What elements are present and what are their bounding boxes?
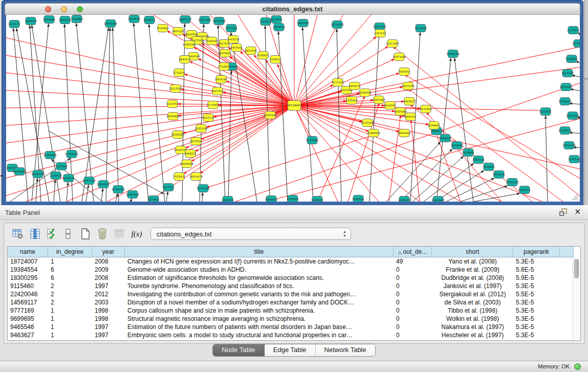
table-cell[interactable]: de Silva et al. (2003)	[432, 298, 513, 307]
graph-node[interactable]: 1588520	[270, 56, 281, 63]
graph-node[interactable]: 2316442	[346, 97, 357, 104]
network-canvas[interactable]: 2405572192051489064469680414756296920691…	[6, 15, 580, 202]
table-cell[interactable]: Genome-wide association studies in ADHD.	[125, 266, 394, 274]
function-builder-icon[interactable]: f(x)	[130, 227, 143, 240]
table-row[interactable]: 946362711997Embryonic stem cells: a mode…	[8, 331, 574, 339]
graph-node[interactable]: 9498222	[185, 150, 196, 158]
graph-node[interactable]: 7832621	[483, 163, 494, 171]
table-cell[interactable]: 18300295	[8, 274, 48, 282]
graph-node[interactable]: 10025488	[394, 108, 406, 116]
table-cell[interactable]: 1	[48, 323, 92, 331]
graph-node[interactable]: 17957225	[82, 177, 95, 185]
graph-node[interactable]: 8813034	[271, 16, 282, 24]
table-cell[interactable]: 19384554	[8, 266, 48, 274]
graph-node[interactable]: 15692971	[558, 127, 571, 135]
column-header-filler[interactable]	[560, 247, 574, 257]
table-cell[interactable]: 1997	[92, 282, 125, 290]
graph-node[interactable]: 1867532	[375, 30, 386, 37]
graph-node[interactable]: 16958107	[97, 181, 110, 188]
table-cell[interactable]: 0	[394, 307, 432, 315]
table-cell[interactable]	[560, 290, 574, 298]
graph-node[interactable]: 8215955	[540, 108, 551, 116]
table-cell[interactable]: 0	[394, 331, 432, 339]
graph-node[interactable]: 8906446	[43, 16, 55, 24]
table-cell[interactable]: 0	[394, 315, 432, 323]
graph-node[interactable]: 12942757	[31, 170, 44, 178]
graph-node[interactable]: 20691406	[104, 20, 117, 28]
graph-node[interactable]: 2935114	[473, 156, 484, 164]
table-cell[interactable]	[560, 331, 574, 339]
resize-grip-icon[interactable]	[577, 199, 578, 200]
table-cell[interactable]: 22420046	[8, 290, 48, 298]
table-cell[interactable]: 49	[394, 257, 432, 266]
graph-node[interactable]: 14099489	[180, 160, 193, 168]
tab-node-table[interactable]: Node Table	[213, 344, 265, 356]
graph-node[interactable]: 17016514	[562, 142, 575, 149]
table-cell[interactable]: Stergiakouli et al. (2012)	[432, 290, 513, 298]
graph-node[interactable]: 1640873	[222, 196, 233, 202]
graph-node[interactable]: 12923466	[126, 191, 139, 199]
graph-node[interactable]: 7485063	[399, 68, 410, 76]
table-row[interactable]: 977716911998Corpus callosum shape and si…	[8, 307, 574, 315]
graph-node[interactable]: 18300295	[264, 112, 276, 119]
table-cell[interactable]: 2003	[92, 298, 125, 307]
graph-node[interactable]: 9218511	[144, 16, 155, 24]
graph-node[interactable]: 19654924	[398, 129, 410, 137]
graph-node[interactable]: 16543382	[183, 41, 195, 49]
column-header-short[interactable]: short	[432, 247, 513, 257]
graph-node[interactable]: 10653287	[198, 16, 211, 24]
table-cell[interactable]: 5.3E-5	[513, 282, 560, 290]
graph-node[interactable]: 9297588	[56, 163, 67, 170]
graph-node[interactable]: 9742845	[219, 63, 230, 71]
graph-node[interactable]: 9495794	[405, 113, 416, 121]
table-cell[interactable]: 1997	[92, 331, 125, 339]
row-height-icon[interactable]	[61, 227, 75, 240]
table-cell[interactable]: 0	[394, 266, 432, 274]
table-cell[interactable]: Tourette syndrome. Phenomenology and cla…	[125, 282, 394, 290]
table-cell[interactable]: 1	[48, 315, 92, 323]
graph-node[interactable]: 12444157	[558, 98, 571, 105]
graph-node[interactable]: 12213967	[386, 40, 399, 48]
table-cell[interactable]: 0	[394, 282, 432, 290]
table-cell[interactable]: Dudbridge et al. (2008)	[432, 274, 513, 282]
graph-node[interactable]: 16210643	[566, 112, 579, 120]
table-cell[interactable]: 1998	[92, 315, 125, 323]
table-cell[interactable]: 6	[48, 266, 92, 274]
graph-node[interactable]: 10973493	[393, 53, 405, 61]
graph-node[interactable]: 8216065	[384, 102, 396, 110]
new-table-icon[interactable]	[79, 227, 92, 240]
table-cell[interactable]: 0	[394, 298, 432, 307]
graph-node[interactable]: 1154519	[50, 172, 61, 180]
table-cell[interactable]: 9115460	[8, 282, 48, 290]
graph-node[interactable]: 9218534	[273, 24, 285, 31]
graph-node[interactable]: 16848784	[446, 50, 459, 58]
table-cell[interactable]: 6	[48, 274, 92, 282]
table-row[interactable]: 911546021997Tourette syndrome. Phenomeno…	[8, 282, 574, 290]
graph-node[interactable]: 9245013	[399, 196, 410, 202]
delete-table-icon[interactable]	[96, 227, 109, 240]
table-row[interactable]: 1872400712008Changes of HCN gene express…	[8, 257, 574, 266]
float-window-icon[interactable]	[559, 208, 568, 216]
table-selector-dropdown[interactable]: citations_edges.txt ▲▼	[150, 228, 351, 240]
graph-node[interactable]: 9115460	[420, 105, 431, 113]
table-cell[interactable]: Hescheler et al. (1997)	[432, 331, 513, 339]
graph-node[interactable]: 8154091	[287, 195, 298, 202]
graph-node[interactable]: 9475685	[220, 50, 231, 57]
table-cell[interactable]: 5.3E-5	[513, 323, 560, 331]
table-cell[interactable]: 1	[48, 307, 92, 315]
table-cell[interactable]: 2009	[92, 266, 125, 274]
graph-node[interactable]: 9129966	[566, 55, 577, 63]
table-row[interactable]: 946554611997Estimation of the future num…	[8, 323, 574, 331]
graph-node[interactable]: 15751074	[572, 40, 580, 48]
column-header-title[interactable]: title	[125, 247, 394, 257]
graph-node[interactable]: 7562969	[71, 15, 82, 23]
graph-node[interactable]: 6466160	[297, 19, 309, 27]
graph-node[interactable]: 1535445	[307, 137, 318, 144]
graph-node[interactable]: 9886034	[266, 196, 277, 202]
graph-node[interactable]: 8471676	[493, 171, 505, 179]
graph-node[interactable]: 8186328	[206, 37, 217, 45]
graph-node[interactable]: 7663822	[157, 25, 168, 32]
scrollbar-thumb[interactable]	[574, 259, 579, 278]
graph-node[interactable]: 9474444	[463, 149, 474, 157]
graph-node[interactable]: 17359924	[65, 150, 78, 158]
